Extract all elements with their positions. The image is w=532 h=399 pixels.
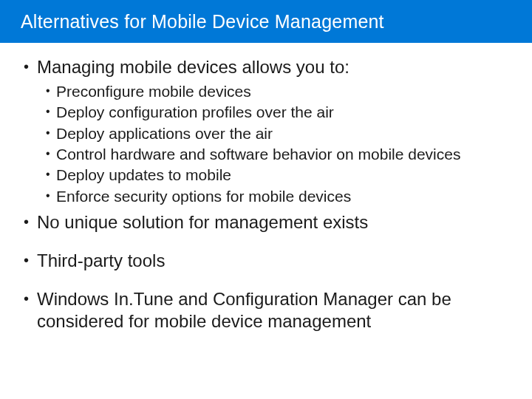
slide-title: Alternatives for Mobile Device Managemen…	[21, 11, 384, 33]
sub-bullet: Deploy applications over the air	[46, 123, 508, 144]
sub-bullet-text: Deploy applications over the air	[56, 125, 273, 142]
bullet-text: No unique solution for management exists	[37, 212, 368, 232]
bullet-text: Managing mobile devices allows you to:	[37, 57, 349, 77]
bullet-intune: Windows In.Tune and Configuration Manage…	[24, 288, 508, 332]
slide-body: Managing mobile devices allows you to: P…	[0, 43, 532, 332]
sub-bullet: Control hardware and software behavior o…	[46, 144, 508, 165]
bullet-text: Windows In.Tune and Configuration Manage…	[37, 289, 451, 331]
bullet-no-unique: No unique solution for management exists	[24, 211, 508, 233]
sub-bullet: Deploy configuration profiles over the a…	[46, 102, 508, 123]
sub-bullet: Preconfigure mobile devices	[46, 81, 508, 102]
bullet-list: Managing mobile devices allows you to: P…	[24, 56, 508, 332]
sub-bullet-text: Preconfigure mobile devices	[56, 83, 251, 100]
sub-bullet-text: Control hardware and software behavior o…	[56, 146, 460, 163]
sub-bullet: Deploy updates to mobile	[46, 165, 508, 185]
sub-bullet-list: Preconfigure mobile devices Deploy confi…	[37, 81, 508, 207]
slide: Alternatives for Mobile Device Managemen…	[0, 0, 532, 399]
bullet-managing: Managing mobile devices allows you to: P…	[24, 56, 508, 207]
sub-bullet-text: Deploy configuration profiles over the a…	[56, 103, 334, 120]
sub-bullet-text: Enforce security options for mobile devi…	[56, 188, 351, 205]
bullet-text: Third-party tools	[37, 250, 165, 270]
title-band: Alternatives for Mobile Device Managemen…	[0, 0, 532, 43]
bullet-third-party: Third-party tools	[24, 250, 508, 272]
sub-bullet: Enforce security options for mobile devi…	[46, 186, 508, 207]
sub-bullet-text: Deploy updates to mobile	[56, 166, 231, 183]
